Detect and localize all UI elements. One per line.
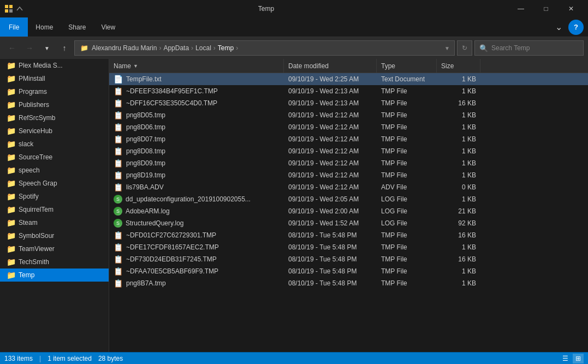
sidebar-item[interactable]: 📁 RefSrcSymb xyxy=(0,111,109,124)
table-row[interactable]: 📋 png8D06.tmp 09/10/19 - Wed 2:12 AM TMP… xyxy=(109,121,588,133)
crumb-temp[interactable]: Temp xyxy=(218,44,234,52)
title-bar-icons xyxy=(4,4,24,13)
menu-home[interactable]: Home xyxy=(28,17,61,37)
sidebar-item[interactable]: 📁 SquirrelTem xyxy=(0,203,109,216)
file-name-cell: S dd_updateconfiguration_2019100902055..… xyxy=(109,193,284,205)
col-header-date[interactable]: Date modified xyxy=(284,59,377,73)
sidebar-item-label: Publishers xyxy=(19,101,49,109)
file-type-cell: LOG File xyxy=(377,193,437,205)
file-size-cell: 21 KB xyxy=(437,205,480,217)
crumb-appdata[interactable]: AppData xyxy=(163,44,189,52)
sidebar-item-label: TeamViewer xyxy=(19,245,55,253)
file-date-cell: 08/10/19 - Tue 5:48 PM xyxy=(284,253,377,265)
table-row[interactable]: 📋 ~DF730D24EDB31F7245.TMP 08/10/19 - Tue… xyxy=(109,253,588,265)
file-date-cell: 09/10/19 - Wed 2:13 AM xyxy=(284,97,377,109)
table-row[interactable]: 📋 ~DFF16CF53E3505C4D0.TMP 09/10/19 - Wed… xyxy=(109,97,588,109)
menu-view[interactable]: View xyxy=(93,17,123,37)
sidebar-item[interactable]: 📁 SymbolSour xyxy=(0,229,109,242)
sidebar-item[interactable]: 📁 Speech Grap xyxy=(0,177,109,190)
second-icon xyxy=(15,4,24,13)
sidebar: 📁 Plex Media S... 📁 PMinstall 📁 Programs… xyxy=(0,59,109,352)
sidebar-item[interactable]: 📁 TechSmith xyxy=(0,255,109,268)
minimize-button[interactable]: — xyxy=(508,0,533,17)
file-date-cell: 09/10/19 - Wed 2:12 AM xyxy=(284,181,377,193)
sidebar-item-label: Plex Media S... xyxy=(19,62,63,69)
file-name-cell: 📋 png8D05.tmp xyxy=(109,109,284,121)
forward-button[interactable]: → xyxy=(22,40,37,56)
file-date-cell: 08/10/19 - Tue 5:48 PM xyxy=(284,229,377,241)
table-row[interactable]: 📋 png8D08.tmp 09/10/19 - Wed 2:12 AM TMP… xyxy=(109,145,588,157)
file-date-cell: 09/10/19 - Wed 2:12 AM xyxy=(284,157,377,169)
file-name: ~DFE17CFDF81657AEC2.TMP xyxy=(126,243,219,251)
expand-ribbon-button[interactable]: ⌄ xyxy=(551,20,566,35)
file-type-cell: TMP File xyxy=(377,145,437,157)
maximize-button[interactable]: □ xyxy=(533,0,559,17)
help-button[interactable]: ? xyxy=(568,20,584,35)
file-name-cell: 📋 ~DFEEF3384B4F95EF1C.TMP xyxy=(109,85,284,97)
log-icon: S xyxy=(114,219,122,228)
search-bar[interactable]: 🔍 xyxy=(474,40,584,56)
back-button[interactable]: ← xyxy=(4,40,20,56)
sidebar-item[interactable]: 📁 TeamViewer xyxy=(0,242,109,255)
file-name: ~DFF16CF53E3505C4D0.TMP xyxy=(126,99,217,107)
folder-icon: 📁 xyxy=(7,74,15,83)
col-header-name[interactable]: Name ▼ xyxy=(109,59,284,73)
sidebar-item[interactable]: 📁 PMinstall xyxy=(0,72,109,85)
menu-file[interactable]: File xyxy=(0,17,28,37)
svg-rect-0 xyxy=(5,5,8,8)
crumb-local[interactable]: Local xyxy=(195,44,211,52)
recent-locations-button[interactable]: ▼ xyxy=(39,40,55,56)
search-input[interactable] xyxy=(491,44,579,52)
sidebar-item-label: ServiceHub xyxy=(19,127,52,135)
nav-bar: ← → ▼ ↑ 📁 Alexandru Radu Marin › AppData… xyxy=(0,37,588,59)
col-header-type[interactable]: Type xyxy=(377,59,437,73)
sidebar-item-label: Speech Grap xyxy=(19,180,57,187)
sidebar-item[interactable]: 📁 speech xyxy=(0,164,109,177)
table-row[interactable]: 📋 ~DFAA70E5CB5ABF69F9.TMP 08/10/19 - Tue… xyxy=(109,265,588,277)
list-view-button[interactable]: ⊞ xyxy=(573,354,584,363)
close-button[interactable]: ✕ xyxy=(559,0,584,17)
table-row[interactable]: 📋 png8D09.tmp 09/10/19 - Wed 2:12 AM TMP… xyxy=(109,157,588,169)
file-name-cell: 📋 lis79BA.ADV xyxy=(109,181,284,193)
table-row[interactable]: S AdobeARM.log 09/10/19 - Wed 2:00 AM LO… xyxy=(109,205,588,217)
title-bar: Temp — □ ✕ xyxy=(0,0,588,17)
menu-share[interactable]: Share xyxy=(61,17,93,37)
file-size-cell: 92 KB xyxy=(437,217,480,229)
details-view-button[interactable]: ☰ xyxy=(560,354,571,363)
refresh-button[interactable]: ↻ xyxy=(457,40,472,56)
folder-icon: 📁 xyxy=(7,114,15,122)
table-row[interactable]: 📋 ~DFEEF3384B4F95EF1C.TMP 09/10/19 - Wed… xyxy=(109,85,588,97)
file-size-cell: 1 KB xyxy=(437,169,480,181)
table-row[interactable]: 📋 png8B7A.tmp 08/10/19 - Tue 5:48 PM TMP… xyxy=(109,277,588,289)
sidebar-item[interactable]: 📁 Steam xyxy=(0,216,109,229)
sidebar-item[interactable]: 📁 Publishers xyxy=(0,98,109,111)
status-separator: | xyxy=(39,355,41,362)
sidebar-item[interactable]: 📁 SourceTree xyxy=(0,151,109,164)
table-row[interactable]: 📋 png8D19.tmp 09/10/19 - Wed 2:12 AM TMP… xyxy=(109,169,588,181)
crumb-user[interactable]: Alexandru Radu Marin xyxy=(92,44,157,52)
sidebar-item[interactable]: 📁 ServiceHub xyxy=(0,124,109,138)
sidebar-item[interactable]: 📁 Temp xyxy=(0,268,109,282)
sidebar-item[interactable]: 📁 Plex Media S... xyxy=(0,59,109,72)
sidebar-item[interactable]: 📁 Programs xyxy=(0,85,109,98)
table-row[interactable]: 📋 png8D05.tmp 09/10/19 - Wed 2:12 AM TMP… xyxy=(109,109,588,121)
address-dropdown-arrow[interactable]: ▼ xyxy=(444,45,450,51)
file-name: ~DFEEF3384B4F95EF1C.TMP xyxy=(126,87,218,95)
col-header-size[interactable]: Size xyxy=(437,59,480,73)
file-name: AdobeARM.log xyxy=(126,207,170,215)
sidebar-item[interactable]: 📁 Spotify xyxy=(0,190,109,203)
table-row[interactable]: 📋 ~DFD01CF27C62729301.TMP 08/10/19 - Tue… xyxy=(109,229,588,241)
up-button[interactable]: ↑ xyxy=(57,40,72,56)
sidebar-item[interactable]: 📁 slack xyxy=(0,138,109,151)
table-row[interactable]: 📋 lis79BA.ADV 09/10/19 - Wed 2:12 AM ADV… xyxy=(109,181,588,193)
file-size-cell: 1 KB xyxy=(437,133,480,145)
svg-rect-3 xyxy=(9,9,13,13)
file-list: 📄 TempFile.txt 09/10/19 - Wed 2:25 AM Te… xyxy=(109,73,588,352)
table-row[interactable]: S StructuredQuery.log 09/10/19 - Wed 1:5… xyxy=(109,217,588,229)
table-row[interactable]: 📄 TempFile.txt 09/10/19 - Wed 2:25 AM Te… xyxy=(109,73,588,85)
table-row[interactable]: S dd_updateconfiguration_2019100902055..… xyxy=(109,193,588,205)
table-row[interactable]: 📋 png8D07.tmp 09/10/19 - Wed 2:12 AM TMP… xyxy=(109,133,588,145)
address-bar[interactable]: 📁 Alexandru Radu Marin › AppData › Local… xyxy=(74,40,455,56)
table-row[interactable]: 📋 ~DFE17CFDF81657AEC2.TMP 08/10/19 - Tue… xyxy=(109,241,588,253)
tmp-icon: 📋 xyxy=(114,135,123,144)
